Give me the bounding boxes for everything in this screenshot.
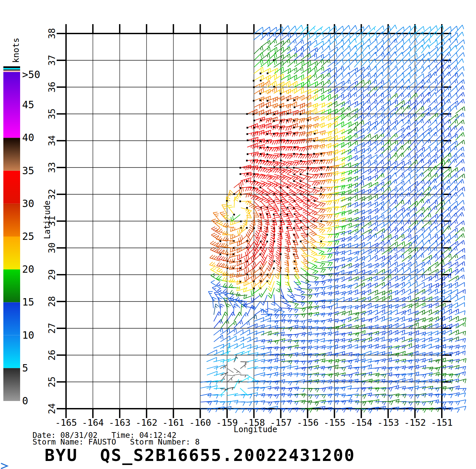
wind-barb <box>381 381 392 385</box>
wind-barb <box>348 338 358 342</box>
wind-barb <box>321 387 332 391</box>
wind-barb <box>281 354 292 358</box>
wind-barb <box>341 223 351 227</box>
rain-flag-marker <box>253 288 255 289</box>
product-id-line: BYU QS_S2B16655.20022431200 <box>45 447 355 464</box>
wind-barb <box>264 214 269 225</box>
wind-barb <box>341 170 352 175</box>
wind-barb <box>314 221 325 228</box>
wind-barb <box>251 254 260 262</box>
colorbar-segment <box>3 138 20 171</box>
wind-barb <box>301 281 311 288</box>
rain-flag-marker <box>280 127 282 128</box>
colorbar-tick-label: 15 <box>22 297 34 307</box>
wind-barb <box>264 301 268 312</box>
colorbar-segment <box>3 171 20 204</box>
wind-barb <box>229 278 240 282</box>
wind-barb <box>307 26 315 34</box>
rain-flag-marker <box>327 166 329 168</box>
wind-barb <box>335 284 345 289</box>
wind-barb <box>238 228 247 235</box>
wind-barb <box>234 351 245 355</box>
wind-barb <box>321 102 332 108</box>
wind-barb <box>314 374 325 378</box>
wind-barb <box>281 365 291 370</box>
wind-barb <box>293 228 299 238</box>
wind-barb <box>361 263 371 268</box>
wind-barb <box>402 242 411 248</box>
x-tick-label: -159 <box>216 418 238 427</box>
rain-flag-marker <box>260 73 261 74</box>
x-tick-label: -156 <box>297 418 318 427</box>
wind-barb <box>260 381 272 385</box>
rain-flag-marker <box>280 253 282 255</box>
wind-barb <box>328 304 338 308</box>
wind-barb <box>294 302 305 306</box>
wind-barb <box>456 99 465 107</box>
rain-flag-marker <box>246 133 248 135</box>
wind-barb <box>308 248 317 256</box>
wind-barb <box>361 99 370 107</box>
wind-barb <box>223 264 234 268</box>
wind-barb <box>355 402 366 406</box>
rain-flag-marker <box>220 240 221 242</box>
wind-barb <box>455 268 464 275</box>
rain-flag-marker <box>313 160 315 162</box>
wind-barb <box>227 409 238 413</box>
wind-barb <box>328 101 337 107</box>
wind-barb <box>455 255 465 261</box>
wind-barb <box>240 321 250 328</box>
rain-flag-marker <box>259 187 261 188</box>
rain-flag-marker <box>246 180 248 182</box>
wind-barb <box>321 89 331 94</box>
wind-barb <box>247 131 258 137</box>
wind-barb <box>455 282 465 288</box>
wind-barb <box>381 175 391 181</box>
wind-barb <box>260 318 271 323</box>
wind-barb <box>314 26 323 33</box>
wind-barb <box>428 59 437 67</box>
wind-barb <box>295 103 305 109</box>
wind-barb <box>307 282 318 286</box>
wind-barb <box>301 366 312 371</box>
wind-barb <box>448 289 458 295</box>
wind-barb <box>348 81 358 87</box>
wind-barb <box>354 135 364 140</box>
wind-barb <box>274 61 283 68</box>
wind-barb <box>435 337 445 342</box>
rain-flag-marker <box>260 166 261 168</box>
rain-flag-marker <box>247 139 248 141</box>
wind-barb <box>342 297 352 302</box>
wind-barb <box>368 208 378 214</box>
colorbar-tick-label: 30 <box>22 199 34 209</box>
wind-barb <box>247 305 255 315</box>
wind-barb <box>200 409 211 413</box>
rain-flag-marker <box>314 187 315 189</box>
wind-barb <box>260 54 270 60</box>
wind-barb <box>321 234 333 238</box>
rain-flag-marker <box>266 241 268 243</box>
wind-barb <box>335 324 345 328</box>
wind-barb <box>361 127 370 135</box>
wind-barb <box>428 296 438 302</box>
wind-barb <box>435 276 445 282</box>
wind-barb <box>409 297 419 302</box>
wind-barb <box>223 231 234 235</box>
wind-barb <box>328 258 339 263</box>
wind-barb <box>236 292 247 296</box>
rain-flag-marker <box>280 160 282 161</box>
wind-barb <box>328 94 338 100</box>
wind-barb <box>348 388 359 392</box>
wind-barb <box>449 276 459 281</box>
wind-barb <box>214 344 224 348</box>
wind-barb <box>389 268 398 275</box>
wind-barb <box>415 180 424 187</box>
rain-flag-marker <box>300 227 302 228</box>
wind-barb <box>355 291 365 295</box>
wind-barb <box>422 26 431 34</box>
colorbar-over-range-stripe <box>3 69 20 71</box>
rain-flag-marker <box>239 167 241 169</box>
wind-barb <box>456 289 465 295</box>
rain-flag-marker <box>253 140 254 142</box>
wind-barb <box>395 248 404 254</box>
